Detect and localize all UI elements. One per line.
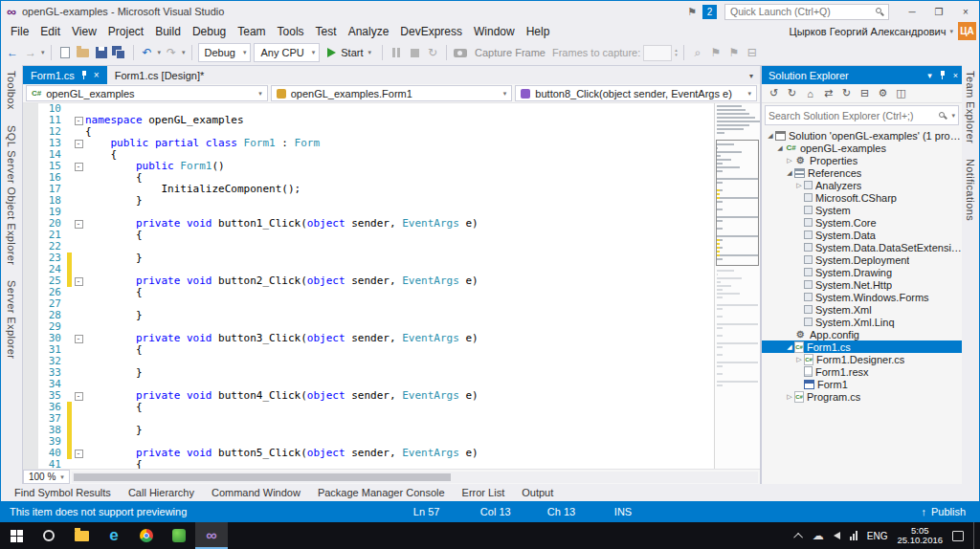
toggle-outlining-icon[interactable]: ⊟ (745, 44, 760, 61)
menu-view[interactable]: View (66, 24, 102, 39)
tree-item-properties[interactable]: ▷⚙Properties (762, 154, 962, 166)
search-options-chevron-icon[interactable]: ▾ (951, 112, 955, 120)
code-line[interactable] (85, 298, 714, 310)
horizontal-scrollbar[interactable] (72, 472, 758, 483)
code-line[interactable]: public partial class Form1 : Form (85, 138, 714, 149)
side-tab-toolbox[interactable]: Toolbox (6, 71, 17, 110)
tool-tab-command-window[interactable]: Command Window (204, 487, 308, 498)
search-taskbar-icon[interactable] (33, 522, 65, 549)
tree-item-form1-designer-cs[interactable]: ▷C#Form1.Designer.cs (762, 353, 962, 365)
network-icon[interactable] (850, 531, 858, 540)
zoom-dropdown[interactable]: 100 % ▾ (23, 470, 70, 484)
new-file-icon[interactable] (57, 44, 73, 61)
tree-item-form1-cs[interactable]: ◢C#Form1.cs (762, 340, 962, 353)
side-tab-notifications[interactable]: Notifications (965, 159, 976, 221)
menu-project[interactable]: Project (102, 24, 149, 39)
fold-collapse-icon[interactable]: - (75, 163, 83, 171)
tree-item-system-net-http[interactable]: System.Net.Http (762, 278, 962, 291)
code-line[interactable]: { (85, 344, 714, 356)
tree-item-system[interactable]: System (762, 204, 962, 216)
find-in-files-icon[interactable]: ⌕ (690, 44, 705, 61)
breakpoint-margin[interactable] (23, 103, 38, 469)
menu-tools[interactable]: Tools (272, 24, 310, 39)
tree-item-program-cs[interactable]: ▷C#Program.cs (762, 390, 962, 403)
chrome-taskbar-icon[interactable] (130, 522, 163, 549)
menu-team[interactable]: Team (232, 24, 271, 39)
member-dropdown[interactable]: button8_Click(object sender, EventArgs e… (515, 85, 757, 101)
solution-configuration-dropdown[interactable]: Debug▾ (198, 43, 252, 62)
menu-test[interactable]: Test (310, 24, 343, 39)
start-debug-button[interactable]: Start ▾ (323, 47, 376, 58)
fold-collapse-icon[interactable]: - (75, 392, 83, 401)
tree-item-system-core[interactable]: System.Core (762, 216, 962, 229)
side-tab-sql-server-object-explorer[interactable]: SQL Server Object Explorer (6, 125, 17, 265)
tree-item-system-windows-forms[interactable]: System.Windows.Forms (762, 291, 962, 303)
code-line[interactable]: } (85, 425, 714, 436)
code-line[interactable]: { (85, 459, 714, 469)
menu-help[interactable]: Help (521, 24, 556, 39)
user-avatar[interactable]: ЦА (958, 22, 976, 40)
tree-item-system-drawing[interactable]: System.Drawing (762, 266, 962, 278)
pin-panel-icon[interactable] (939, 71, 947, 79)
user-name[interactable]: Цырков Георгий Александрович (790, 26, 947, 37)
scrollbar-thumb[interactable] (74, 473, 451, 481)
menu-file[interactable]: File (5, 24, 34, 39)
sync-icon[interactable]: ↻ (838, 85, 855, 101)
tree-item-system-data[interactable]: System.Data (762, 229, 962, 241)
bookmark-icon[interactable]: ⚑ (708, 44, 724, 61)
tool-tab-output[interactable]: Output (514, 487, 561, 498)
code-line[interactable] (85, 356, 714, 367)
tree-item-opengl-examples[interactable]: ◢C#openGL-examples (762, 142, 962, 154)
code-folding-margin[interactable]: -------- (72, 103, 85, 469)
action-center-icon[interactable] (952, 531, 964, 541)
feedback-flag-icon[interactable]: ⚑ (687, 6, 697, 18)
close-tab-icon[interactable]: × (94, 71, 100, 80)
code-line[interactable]: } (85, 310, 714, 321)
code-text[interactable]: namespace openGL_examples{ public partia… (85, 103, 714, 469)
publish-button[interactable]: ↑ Publish (907, 501, 979, 522)
navigate-dropdown-icon[interactable]: ▾ (41, 49, 45, 56)
code-line[interactable]: private void button2_Click(object sender… (85, 275, 714, 287)
fold-collapse-icon[interactable]: - (75, 335, 83, 343)
close-button[interactable]: × (952, 2, 979, 21)
redo-icon[interactable]: ↷ (164, 44, 179, 61)
window-position-chevron-icon[interactable]: ▾ (927, 71, 932, 80)
code-line[interactable]: } (85, 367, 714, 379)
code-line[interactable]: private void button1_Click(object sender… (85, 218, 714, 230)
tree-item-microsoft-csharp[interactable]: Microsoft.CSharp (762, 191, 962, 204)
hidden-icons-chevron-icon[interactable] (793, 532, 803, 541)
language-indicator[interactable]: ENG (867, 531, 888, 541)
tool-tab-call-hierarchy[interactable]: Call Hierarchy (121, 487, 202, 498)
green-app-taskbar-icon[interactable] (163, 522, 195, 549)
code-editor[interactable]: 1011121314151617181920212223242526272829… (23, 103, 760, 469)
project-dropdown[interactable]: C# openGL_examples ▾ (26, 85, 268, 101)
solution-explorer-title-bar[interactable]: Solution Explorer ▾ × (762, 66, 962, 84)
minimize-button[interactable]: ─ (899, 2, 925, 21)
tool-tab-error-list[interactable]: Error List (455, 487, 513, 498)
minimap-viewport[interactable] (716, 140, 759, 266)
fold-collapse-icon[interactable]: - (75, 277, 83, 286)
menu-window[interactable]: Window (468, 24, 521, 39)
side-tab-server-explorer[interactable]: Server Explorer (6, 280, 17, 359)
preview-icon[interactable]: ◫ (893, 85, 909, 101)
back-icon[interactable]: ↺ (766, 85, 782, 101)
save-icon[interactable] (94, 44, 109, 61)
tree-item-system-data-datasetextensions[interactable]: System.Data.DataSetExtensions (762, 241, 962, 253)
code-line[interactable]: { (85, 230, 714, 241)
forward-icon[interactable]: ↻ (784, 85, 800, 101)
code-line[interactable] (85, 413, 714, 425)
tree-item-system-xml[interactable]: System.Xml (762, 303, 962, 316)
code-line[interactable]: { (85, 287, 714, 298)
menu-debug[interactable]: Debug (187, 24, 232, 39)
menu-edit[interactable]: Edit (34, 24, 66, 39)
show-desktop-button[interactable] (973, 522, 978, 549)
side-tab-team-explorer[interactable]: Team Explorer (965, 71, 976, 143)
home-icon[interactable]: ⌂ (802, 85, 818, 101)
code-line[interactable]: InitializeComponent(); (85, 184, 714, 195)
navigate-forward-icon[interactable]: → (23, 44, 38, 61)
open-file-icon[interactable] (76, 44, 91, 61)
tree-item-form1[interactable]: Form1 (762, 378, 962, 390)
chevron-expanded-icon[interactable]: ◢ (775, 144, 785, 152)
visual-studio-taskbar-icon[interactable]: ∞ (195, 522, 228, 549)
solution-explorer-search-input[interactable] (768, 110, 936, 121)
